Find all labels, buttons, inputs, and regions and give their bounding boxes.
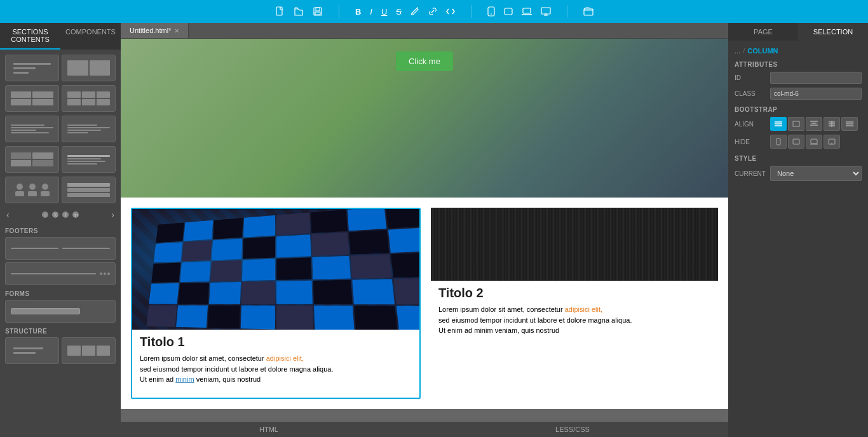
component-text-2[interactable] — [62, 116, 116, 142]
underline-button[interactable]: U — [378, 5, 390, 18]
component-single-col[interactable] — [5, 55, 59, 81]
right-panel-content: ... / COLUMN ATTRIBUTES ID CLASS BOOTSTR… — [728, 41, 868, 437]
cube-grid — [144, 209, 419, 330]
component-grid-4 — [5, 146, 116, 173]
svg-line-4 — [411, 13, 412, 15]
desktop-view-button[interactable] — [538, 5, 554, 18]
editor-tab-untitled[interactable]: Untitled.html* ✕ — [121, 23, 189, 38]
sidebar-nav-row: ‹ ○ 𝕏 f in › — [5, 207, 116, 222]
align-btn-3[interactable] — [824, 117, 840, 131]
class-label: CLASS — [735, 90, 766, 97]
component-grid-1 — [5, 55, 116, 81]
svg-rect-0 — [276, 7, 282, 15]
content-card-1[interactable]: Titolo 1 Lorem ipsum dolor sit amet, con… — [131, 208, 421, 399]
style-select[interactable]: None — [770, 166, 862, 181]
left-sidebar: SECTIONS CONTENTS COMPONENTS — [0, 23, 121, 437]
sep1 — [339, 5, 339, 18]
right-tab-page[interactable]: PAGE — [728, 23, 798, 41]
save-file-button[interactable] — [309, 4, 326, 18]
component-grid-3 — [5, 116, 116, 142]
code-button[interactable] — [443, 5, 458, 18]
right-tab-selection[interactable]: SELECTION — [798, 23, 868, 41]
next-arrow[interactable]: › — [111, 210, 114, 220]
tab-components[interactable]: COMPONENTS — [60, 23, 121, 50]
footers-label: FOOTERS — [5, 227, 116, 234]
component-two-col[interactable] — [62, 55, 116, 81]
right-tabs: PAGE SELECTION — [728, 23, 868, 41]
style-heading: STYLE — [735, 155, 862, 162]
forms-label: FORMS — [5, 290, 116, 297]
close-tab-button[interactable]: ✕ — [174, 27, 179, 34]
align-btn-4[interactable] — [841, 117, 858, 131]
svg-rect-10 — [523, 8, 531, 13]
canvas-green-section: Click me — [121, 39, 728, 198]
open-file-button[interactable] — [290, 4, 307, 18]
card1-title: Titolo 1 — [140, 335, 412, 349]
svg-rect-19 — [793, 121, 799, 126]
wood-texture — [431, 208, 718, 281]
footer-item-2[interactable] — [5, 262, 116, 285]
bootstrap-heading: BOOTSTRAP — [735, 106, 862, 113]
circle-icon: ○ — [42, 212, 48, 218]
component-grid-3col[interactable] — [62, 85, 116, 112]
italic-button[interactable]: I — [367, 5, 376, 18]
align-btn-0[interactable] — [770, 117, 787, 131]
phone-view-button[interactable] — [484, 4, 498, 18]
bold-button[interactable]: B — [352, 5, 364, 18]
sidebar-content: ‹ ○ 𝕏 f in › FOOTERS — [0, 50, 121, 437]
component-table[interactable] — [62, 146, 116, 173]
device-tools — [479, 4, 559, 18]
editor-canvas: Click me — [121, 39, 728, 422]
id-input[interactable] — [770, 72, 862, 84]
svg-rect-31 — [776, 138, 780, 145]
hide-btn-desktop[interactable] — [824, 135, 840, 149]
social-icons: ○ 𝕏 f in — [42, 212, 79, 218]
new-file-button[interactable] — [271, 4, 288, 18]
file-tools — [266, 4, 331, 18]
tablet-view-button[interactable] — [501, 5, 516, 18]
footer-item-1[interactable] — [5, 237, 116, 260]
align-btn-1[interactable] — [788, 117, 804, 131]
html-tab[interactable]: HTML — [247, 426, 291, 433]
structure-item-1[interactable] — [5, 337, 59, 364]
id-label: ID — [735, 74, 766, 81]
sep3 — [567, 5, 567, 18]
hide-btn-phone[interactable] — [770, 135, 787, 149]
lesscss-tab[interactable]: LESS/CSS — [543, 426, 602, 433]
prev-arrow[interactable]: ‹ — [6, 210, 10, 220]
tab-sections[interactable]: SECTIONS CONTENTS — [0, 23, 60, 50]
laptop-view-button[interactable] — [519, 5, 535, 18]
component-img-grid[interactable] — [5, 146, 59, 173]
click-me-button[interactable]: Click me — [396, 51, 453, 71]
breadcrumb: ... / COLUMN — [735, 47, 862, 55]
hide-btn-laptop[interactable] — [806, 135, 822, 149]
strikethrough-button[interactable]: S — [393, 5, 405, 18]
pen-button[interactable] — [407, 5, 423, 18]
structure-item-2[interactable] — [62, 337, 116, 364]
current-label: CURRENT — [735, 170, 766, 177]
class-input[interactable] — [770, 88, 862, 100]
card1-body: Titolo 1 Lorem ipsum dolor sit amet, con… — [132, 330, 419, 390]
link-button[interactable] — [425, 5, 440, 18]
files-button[interactable] — [580, 5, 597, 18]
linkedin-icon: in — [72, 212, 79, 218]
svg-rect-2 — [316, 8, 320, 11]
component-text-1[interactable] — [5, 116, 59, 142]
component-grid-rows[interactable] — [62, 177, 116, 203]
right-panel: PAGE SELECTION ... / COLUMN ATTRIBUTES I… — [728, 23, 868, 437]
align-btn-2[interactable] — [806, 117, 822, 131]
component-persons[interactable] — [5, 177, 59, 203]
card2-text: Lorem ipsum dolor sit amet, consectetur … — [438, 304, 710, 336]
format-tools: B I U S — [347, 5, 463, 18]
hide-btn-tablet[interactable] — [788, 135, 804, 149]
content-card-2[interactable]: Titolo 2 Lorem ipsum dolor sit amet, con… — [431, 208, 718, 399]
svg-rect-8 — [505, 8, 512, 15]
top-toolbar: B I U S — [0, 0, 868, 23]
card2-body: Titolo 2 Lorem ipsum dolor sit amet, con… — [431, 281, 718, 341]
main-layout: SECTIONS CONTENTS COMPONENTS — [0, 23, 868, 437]
forms-item-1[interactable] — [5, 300, 116, 323]
component-grid-2x2[interactable] — [5, 85, 59, 112]
structure-grid — [5, 337, 116, 364]
attributes-heading: ATTRIBUTES — [735, 61, 862, 68]
align-label: ALIGN — [735, 121, 766, 128]
